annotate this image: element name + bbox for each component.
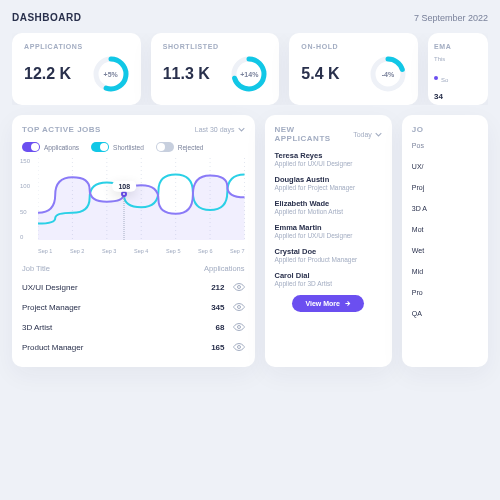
stat-value: 12.2 K — [24, 65, 71, 83]
applicant-role: Applied for Motion Artist — [275, 208, 382, 215]
list-item[interactable]: Elizabeth Wade Applied for Motion Artist — [275, 199, 382, 215]
job-apps: 165 — [211, 343, 224, 352]
list-item[interactable]: Emma Martin Applied for UX/UI Designer — [275, 223, 382, 239]
list-item[interactable]: Carol Dial Applied for 3D Artist — [275, 271, 382, 287]
list-item[interactable]: QA — [412, 310, 486, 317]
list-item[interactable]: Pro — [412, 289, 486, 296]
applicant-name: Teresa Reyes — [275, 151, 382, 160]
current-date: 7 September 2022 — [414, 13, 488, 23]
range-dropdown[interactable]: Last 30 days — [195, 126, 245, 133]
stat-card-applications[interactable]: APPLICATIONS 12.2 K +5% — [12, 33, 141, 105]
table-row[interactable]: Project Manager 345 — [22, 297, 245, 317]
stat-value: 11.3 K — [163, 65, 210, 83]
chart-highlight-dot — [121, 191, 127, 197]
stat-card-onhold[interactable]: ON-HOLD 5.4 K -4% — [289, 33, 418, 105]
chevron-down-icon — [375, 131, 382, 138]
applicant-name: Crystal Doe — [275, 247, 382, 256]
list-item[interactable]: Wet — [412, 247, 486, 254]
applicant-name: Carol Dial — [275, 271, 382, 280]
eye-icon — [233, 281, 245, 293]
stat-value: 5.4 K — [301, 65, 339, 83]
stat-delta: +14% — [231, 56, 267, 92]
toggle-rejected[interactable]: Rejected — [156, 142, 204, 152]
job-title: Project Manager — [22, 303, 81, 312]
table-row[interactable]: 3D Artist 68 — [22, 317, 245, 337]
list-item[interactable]: Crystal Doe Applied for Product Manager — [275, 247, 382, 263]
stat-delta: +5% — [93, 56, 129, 92]
job-title: Product Manager — [22, 343, 83, 352]
eye-icon — [233, 301, 245, 313]
table-row[interactable]: Product Manager 165 — [22, 337, 245, 357]
list-item[interactable]: Teresa Reyes Applied for UX/UI Designer — [275, 151, 382, 167]
switch-icon — [156, 142, 174, 152]
job-apps: 68 — [216, 323, 225, 332]
applicant-role: Applied for UX/UI Designer — [275, 160, 382, 167]
job-title: UX/UI Designer — [22, 283, 78, 292]
stat-label: SHORTLISTED — [163, 43, 268, 50]
topbar: DASHBOARD 7 September 2022 — [12, 12, 488, 23]
panel-top-active-jobs: TOP ACTIVE JOBS Last 30 days Application… — [12, 115, 255, 367]
chart-highlight-line — [124, 194, 125, 240]
stat-label: EMA — [434, 43, 482, 50]
stat-delta: -4% — [370, 56, 406, 92]
range-dropdown[interactable]: Today — [353, 131, 382, 138]
panel-jobs-cutoff: JO Pos UX/Proj3D AMotWetMidProQA — [402, 115, 488, 367]
eye-icon — [233, 321, 245, 333]
jobs-table-header: Job Title Applications — [22, 264, 245, 273]
toggle-shortlisted[interactable]: Shortlisted — [91, 142, 144, 152]
view-more-button[interactable]: View More — [292, 295, 364, 312]
table-row[interactable]: UX/UI Designer 212 — [22, 277, 245, 297]
page-title: DASHBOARD — [12, 12, 82, 23]
list-item[interactable]: Mid — [412, 268, 486, 275]
arrow-right-icon — [344, 300, 351, 307]
svg-point-16 — [237, 346, 240, 349]
stat-cards-row: APPLICATIONS 12.2 K +5% SHORTLISTED 11.3… — [12, 33, 488, 105]
panel-new-applicants: NEW APPLICANTS Today Teresa Reyes Applie… — [265, 115, 392, 367]
applicant-name: Emma Martin — [275, 223, 382, 232]
x-axis: Sep 1 Sep 2 Sep 3 Sep 4 Sep 5 Sep 6 Sep … — [38, 248, 245, 254]
list-item[interactable]: Proj — [412, 184, 486, 191]
bullet-icon — [434, 76, 438, 80]
svg-point-14 — [237, 306, 240, 309]
job-title: 3D Artist — [22, 323, 52, 332]
applicant-role: Applied for 3D Artist — [275, 280, 382, 287]
delta-ring: -4% — [370, 56, 406, 92]
applicant-name: Elizabeth Wade — [275, 199, 382, 208]
eye-icon — [233, 341, 245, 353]
job-apps: 212 — [211, 283, 224, 292]
list-item[interactable]: Douglas Austin Applied for Project Manag… — [275, 175, 382, 191]
panel-title: NEW APPLICANTS — [275, 125, 354, 143]
panel-title: TOP ACTIVE JOBS — [22, 125, 101, 134]
y-axis: 150 100 50 0 — [20, 158, 36, 240]
list-item[interactable]: Mot — [412, 226, 486, 233]
toggle-applications[interactable]: Applications — [22, 142, 79, 152]
svg-point-15 — [237, 326, 240, 329]
applicant-role: Applied for Product Manager — [275, 256, 382, 263]
stat-sub: This — [434, 56, 482, 62]
list-item[interactable]: UX/ — [412, 163, 486, 170]
switch-icon — [91, 142, 109, 152]
applicant-role: Applied for Project Manager — [275, 184, 382, 191]
stat-label: APPLICATIONS — [24, 43, 129, 50]
chart-tooltip: 108 — [112, 180, 136, 191]
active-jobs-chart[interactable]: 150 100 50 0 108 Sep 1 Sep 2 Sep 3 Sep 4… — [22, 158, 245, 254]
applicant-name: Douglas Austin — [275, 175, 382, 184]
applicant-role: Applied for UX/UI Designer — [275, 232, 382, 239]
job-apps: 345 — [211, 303, 224, 312]
stat-label: ON-HOLD — [301, 43, 406, 50]
panel-title: JO — [412, 125, 424, 134]
delta-ring: +5% — [93, 56, 129, 92]
delta-ring: +14% — [231, 56, 267, 92]
stat-card-cutoff[interactable]: EMA This So 34 — [428, 33, 488, 105]
svg-point-13 — [237, 286, 240, 289]
list-header: Pos — [412, 142, 486, 149]
list-item[interactable]: 3D A — [412, 205, 486, 212]
switch-icon — [22, 142, 40, 152]
stat-num: 34 — [434, 92, 482, 101]
chevron-down-icon — [238, 126, 245, 133]
stat-card-shortlisted[interactable]: SHORTLISTED 11.3 K +14% — [151, 33, 280, 105]
